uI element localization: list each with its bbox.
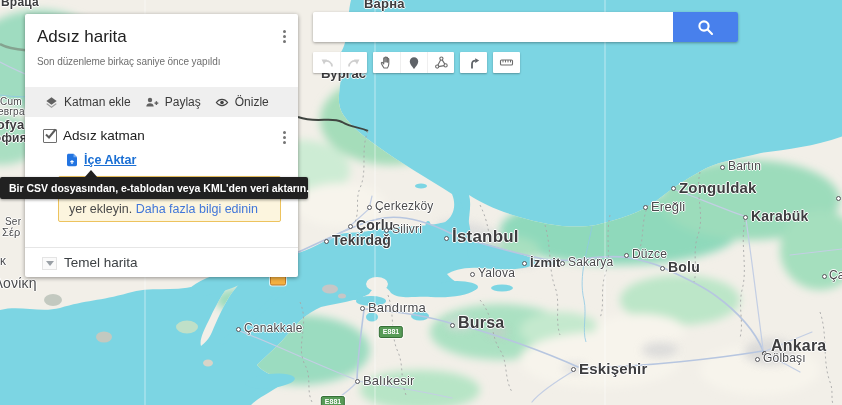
eye-icon [214, 95, 230, 110]
add-layer-label: Katman ekle [64, 95, 131, 109]
last-edit-status[interactable]: Son düzenleme birkaç saniye önce yapıldı [37, 56, 220, 67]
share-label: Paylaş [165, 95, 201, 109]
hand-icon [379, 55, 394, 70]
pan-tool-button[interactable] [373, 52, 400, 73]
redo-button[interactable] [340, 52, 367, 73]
share-button[interactable]: Paylaş [144, 95, 201, 110]
base-map-row[interactable]: Temel harita [25, 248, 298, 277]
infobox-text: yer ekleyin. Daha fazla bilgi edinin [69, 202, 258, 216]
add-directions-button[interactable] [460, 52, 487, 73]
marker-icon [407, 56, 421, 70]
file-upload-icon [66, 153, 78, 167]
add-marker-button[interactable] [400, 52, 427, 73]
layers-icon [44, 95, 59, 110]
layer-options-menu-button[interactable] [275, 128, 293, 146]
layer-name[interactable]: Adsız katman [63, 128, 145, 143]
layer-row: Adsız katman [25, 126, 298, 148]
import-tooltip: Bir CSV dosyasından, e-tablodan veya KML… [0, 177, 308, 199]
add-layer-button[interactable]: Katman ekle [44, 95, 131, 110]
directions-icon [466, 55, 481, 70]
map-title[interactable]: Adsız harita [37, 27, 127, 47]
my-maps-app: ВарнаБургасВрацаSofyaСофияCumевграSerΣέρ… [0, 0, 842, 405]
search-icon [697, 19, 714, 36]
import-link[interactable]: İçe Aktar [84, 153, 136, 167]
polyline-icon [434, 55, 449, 70]
import-tooltip-text: Bir CSV dosyasından, e-tablodan veya KML… [9, 182, 309, 194]
preview-label: Önizle [235, 95, 269, 109]
edit-toolbar [313, 52, 520, 73]
search-input[interactable] [313, 12, 673, 42]
undo-icon [320, 56, 334, 70]
person-add-icon [144, 95, 160, 110]
map-options-menu-button[interactable] [275, 27, 293, 45]
ruler-icon [499, 55, 514, 70]
panel-action-bar: Katman ekle Paylaş Önizle [25, 87, 298, 117]
learn-more-link[interactable]: Daha fazla bilgi edinin [136, 202, 258, 216]
checkmark-icon [43, 126, 59, 142]
infobox-text-fragment: yer ekleyin. [69, 202, 136, 216]
search-button[interactable] [673, 12, 738, 42]
preview-button[interactable]: Önizle [214, 95, 269, 110]
draw-line-button[interactable] [427, 52, 454, 73]
base-map-expand-button[interactable] [42, 257, 57, 270]
layer-visibility-checkbox[interactable] [43, 129, 57, 143]
measure-button[interactable] [493, 52, 520, 73]
map-info-panel: Adsız harita Son düzenleme birkaç saniye… [25, 14, 298, 277]
chevron-down-icon [46, 261, 54, 266]
import-row[interactable]: İçe Aktar [66, 153, 136, 167]
search-bar [313, 12, 738, 42]
base-map-label: Temel harita [64, 255, 138, 270]
redo-icon [347, 56, 361, 70]
undo-button[interactable] [313, 52, 340, 73]
